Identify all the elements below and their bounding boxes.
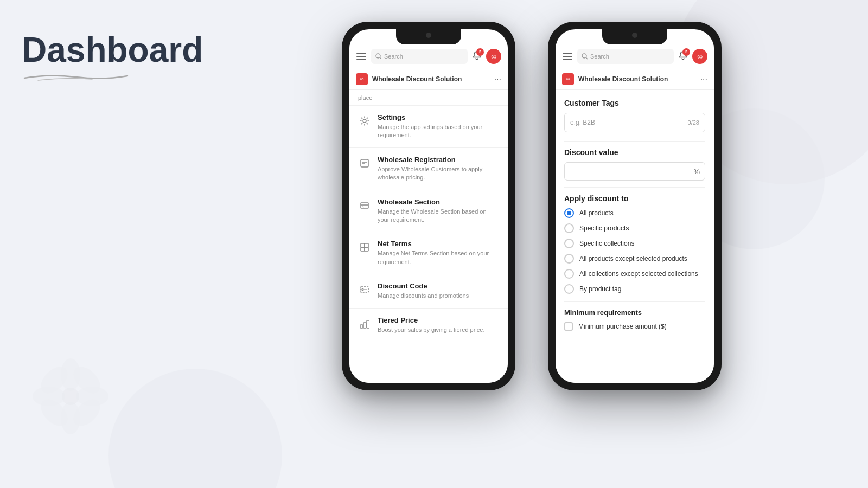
menu-item-text-wholesale-reg: Wholesale Registration Approve Wholesale…: [378, 156, 499, 182]
svg-rect-34: [563, 56, 572, 57]
settings-title: Settings: [378, 113, 499, 121]
svg-rect-21: [361, 243, 365, 247]
more-btn-left[interactable]: ···: [494, 74, 501, 84]
form-content-right: Customer Tags e.g. B2B 0/28 Discount val…: [556, 90, 714, 383]
top-bar-right: Search 2 ∞: [556, 44, 714, 68]
phones-container: Search 2 ∞ ∞ Wholesale Discount Solution…: [239, 22, 825, 390]
wholesale-reg-icon: [358, 157, 371, 170]
radio-circle-by-product-tag: [564, 284, 574, 294]
phone-right: Search 2 ∞ ∞ Wholesale Discount Solution…: [548, 22, 722, 390]
radio-label-all-except-collections: All collections except selected collecti…: [579, 270, 698, 278]
divider-1: [564, 141, 705, 142]
divider-2: [564, 187, 705, 188]
app-header-right-side: ∞ Wholesale Discount Solution: [562, 73, 668, 85]
app-header-left: ∞ Wholesale Discount Solution ···: [349, 68, 508, 90]
divider-3: [564, 301, 705, 302]
page-title: Dashboard: [22, 33, 203, 67]
bell-icon-wrap-right[interactable]: 2: [678, 50, 688, 62]
wholesale-section-title: Wholesale Section: [378, 198, 499, 206]
phone-left: Search 2 ∞ ∞ Wholesale Discount Solution…: [342, 22, 515, 390]
title-underline-decoration: [22, 72, 130, 81]
menu-item-tiered-price[interactable]: Tiered Price Boost your sales by giving …: [349, 309, 508, 342]
menu-item-wholesale-section[interactable]: A Wholesale Section Manage the Wholesale…: [349, 190, 508, 233]
notification-badge-right: 2: [682, 48, 690, 56]
radio-all-except-products[interactable]: All products except selected products: [564, 254, 705, 264]
phone-camera-left: [426, 33, 431, 38]
app-logo-right: ∞: [562, 73, 574, 85]
svg-rect-35: [563, 59, 572, 60]
svg-rect-32: [367, 320, 369, 328]
search-bar-left[interactable]: Search: [371, 49, 468, 64]
apply-discount-label: Apply discount to: [564, 194, 705, 203]
radio-specific-products[interactable]: Specific products: [564, 223, 705, 233]
menu-item-net-terms[interactable]: Net Terms Manage Net Terms Section based…: [349, 232, 508, 274]
customer-tags-input[interactable]: e.g. B2B 0/28: [564, 113, 705, 132]
discount-code-icon: [358, 283, 371, 296]
phone-content-left: place Settings Manage the app settings b…: [349, 90, 508, 383]
svg-line-13: [380, 57, 382, 59]
discount-code-desc: Manage discounts and promotions: [378, 292, 469, 300]
menu-item-discount-code[interactable]: Discount Code Manage discounts and promo…: [349, 274, 508, 308]
top-bar-left: Search 2 ∞: [349, 44, 508, 68]
phone-inner-left: Search 2 ∞ ∞ Wholesale Discount Solution…: [349, 29, 508, 383]
menu-item-text-settings: Settings Manage the app settings based o…: [378, 113, 499, 140]
radio-specific-collections[interactable]: Specific collections: [564, 239, 705, 248]
discount-suffix: %: [693, 168, 700, 176]
svg-rect-33: [563, 53, 572, 54]
tiered-price-desc: Boost your sales by giving a tiered pric…: [378, 326, 485, 334]
svg-rect-30: [360, 325, 363, 328]
radio-all-except-collections[interactable]: All collections except selected collecti…: [564, 269, 705, 279]
notification-badge-left: 2: [476, 48, 484, 56]
more-btn-right[interactable]: ···: [700, 74, 707, 84]
svg-rect-24: [365, 247, 368, 251]
search-placeholder-right: Search: [590, 53, 609, 60]
radio-all-products[interactable]: All products: [564, 208, 705, 218]
wholesale-reg-desc: Approve Wholesale Customers to apply who…: [378, 165, 499, 182]
app-logo-left: ∞: [356, 73, 368, 85]
svg-point-36: [582, 54, 586, 58]
radio-label-all-products: All products: [579, 209, 614, 217]
min-req-title: Minimum requirements: [564, 309, 705, 317]
checkbox-min-purchase[interactable]: Minimum purchase amount ($): [564, 322, 705, 331]
svg-line-37: [586, 57, 588, 59]
radio-circle-specific-products: [564, 223, 574, 233]
wholesale-section-icon: A: [358, 199, 371, 212]
svg-point-14: [363, 119, 366, 123]
tiered-price-title: Tiered Price: [378, 316, 485, 324]
tiered-price-icon: [358, 317, 371, 330]
infinity-btn-left[interactable]: ∞: [486, 49, 501, 64]
menu-item-text-wholesale-section: Wholesale Section Manage the Wholesale S…: [378, 198, 499, 224]
menu-item-settings[interactable]: Settings Manage the app settings based o…: [349, 106, 508, 148]
radio-by-product-tag[interactable]: By product tag: [564, 284, 705, 294]
menu-item-text-discount-code: Discount Code Manage discounts and promo…: [378, 282, 469, 300]
menu-item-text-net-terms: Net Terms Manage Net Terms Section based…: [378, 240, 499, 266]
search-bar-right[interactable]: Search: [577, 49, 674, 64]
net-terms-icon: [358, 241, 371, 254]
flower-decoration: [33, 358, 108, 445]
dashboard-title-section: Dashboard: [22, 33, 203, 84]
radio-circle-all-except-collections: [564, 269, 574, 279]
net-terms-desc: Manage Net Terms Section based on your r…: [378, 249, 499, 266]
hamburger-icon-right[interactable]: [562, 51, 573, 62]
svg-rect-10: [356, 56, 366, 57]
app-title-right: Wholesale Discount Solution: [578, 75, 668, 83]
discount-value-label: Discount value: [564, 148, 705, 157]
svg-rect-11: [356, 59, 366, 60]
svg-point-8: [62, 388, 79, 405]
svg-rect-23: [361, 247, 365, 251]
customer-tags-placeholder: e.g. B2B: [570, 119, 595, 126]
search-placeholder-left: Search: [384, 53, 403, 60]
partial-item: place: [349, 90, 508, 106]
radio-circle-all-products: [564, 208, 574, 218]
min-requirements-section: Minimum requirements Minimum purchase am…: [564, 301, 705, 331]
bell-icon-wrap-left[interactable]: 2: [472, 50, 482, 62]
hamburger-icon[interactable]: [356, 51, 367, 62]
menu-item-text-tiered-price: Tiered Price Boost your sales by giving …: [378, 316, 485, 334]
discount-value-input[interactable]: [564, 162, 705, 181]
menu-item-wholesale-reg[interactable]: Wholesale Registration Approve Wholesale…: [349, 148, 508, 190]
checkbox-box-min-purchase[interactable]: [564, 322, 573, 331]
discount-code-title: Discount Code: [378, 282, 469, 290]
phone-camera-right: [632, 33, 637, 38]
infinity-btn-right[interactable]: ∞: [692, 49, 707, 64]
settings-desc: Manage the app settings based on your re…: [378, 123, 499, 140]
